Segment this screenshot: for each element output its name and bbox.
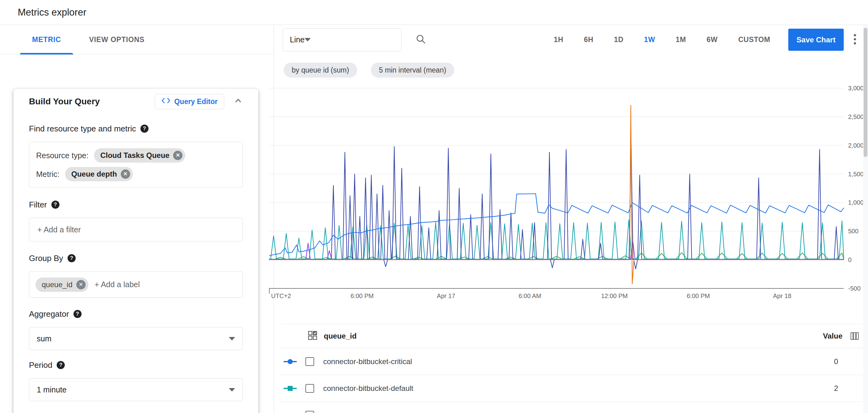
help-icon[interactable]: ? <box>51 201 59 209</box>
resource-type-chip[interactable]: Cloud Tasks Queue ✕ <box>94 148 185 163</box>
aggregator-label: Aggregator <box>29 309 69 319</box>
kebab-icon <box>853 33 857 47</box>
tab-metric[interactable]: METRIC <box>18 25 75 54</box>
legend-name-header: queue_id <box>324 332 356 341</box>
chevron-up-icon <box>234 96 243 107</box>
resource-type-chip-label: Cloud Tasks Queue <box>100 151 169 160</box>
filter-input[interactable]: + Add a filter <box>29 218 243 241</box>
legend-row[interactable]: connector-bitbucket-default2 <box>280 375 863 402</box>
series-label: connector-bitbucket-critical <box>323 357 412 366</box>
tab-view-options-label: VIEW OPTIONS <box>89 35 145 44</box>
more-options-button[interactable] <box>853 33 857 47</box>
series-label: connector-bitbucket-default <box>323 384 413 393</box>
chart-toolbar: Line 1H6H1D1W1M6WCUSTOM Save Chart <box>274 25 863 54</box>
aggregation-chips: by queue id (sum)5 min interval (mean) <box>284 63 454 78</box>
metric-chip-label: Queue depth <box>71 170 117 178</box>
aggregator-select[interactable]: sum <box>29 327 243 350</box>
page-scrollbar <box>863 25 868 413</box>
help-icon[interactable]: ? <box>67 254 76 262</box>
tab-metric-label: METRIC <box>32 35 61 44</box>
period-value: 1 minute <box>37 385 67 394</box>
y-axis-tick-label: 1,000 <box>848 199 864 206</box>
y-axis-tick-label: 3,000 <box>848 85 864 92</box>
help-icon[interactable]: ? <box>57 361 65 369</box>
metric-label: Metric: <box>36 170 59 179</box>
x-axis-tick-label: Apr 17 <box>437 292 455 299</box>
help-icon[interactable]: ? <box>141 125 149 133</box>
y-axis-tick-label: 0 <box>848 256 851 263</box>
range-button-1d[interactable]: 1D <box>607 29 631 51</box>
metric-chip[interactable]: Queue depth ✕ <box>65 167 133 181</box>
remove-metric-icon[interactable]: ✕ <box>121 170 130 179</box>
range-button-6h[interactable]: 6H <box>576 29 601 51</box>
aggregation-chip-1[interactable]: 5 min interval (mean) <box>371 63 454 78</box>
dropdown-arrow-icon <box>229 388 235 391</box>
series-marker <box>283 358 297 365</box>
card-title: Build Your Query <box>29 96 100 107</box>
find-resource-label: Find resource type and metric <box>29 124 136 134</box>
tab-view-options[interactable]: VIEW OPTIONS <box>75 25 158 54</box>
chart-type-select[interactable]: Line <box>283 28 402 51</box>
y-axis-tick-label: 2,500 <box>848 113 864 120</box>
filter-label: Filter <box>29 200 47 210</box>
resource-type-label: Resource type: <box>36 151 88 160</box>
time-range-buttons: 1H6H1D1W1M6WCUSTOM <box>547 29 778 51</box>
query-panel: METRIC VIEW OPTIONS Build Your Query Que… <box>0 25 274 413</box>
series-checkbox[interactable] <box>305 357 314 366</box>
code-icon <box>161 96 170 107</box>
legend-row[interactable]: connector-bitbucket-critical0 <box>280 348 863 375</box>
query-editor-button[interactable]: Query Editor <box>155 94 224 109</box>
dropdown-arrow-icon <box>305 38 311 41</box>
search-button[interactable] <box>415 34 427 46</box>
range-button-1h[interactable]: 1H <box>547 29 571 51</box>
legend-value-header: Value <box>823 332 842 341</box>
filter-placeholder: + Add a filter <box>37 225 81 234</box>
range-button-1m[interactable]: 1M <box>668 29 693 51</box>
x-axis-tick-label: 12:00 PM <box>601 292 628 299</box>
series-checkbox[interactable] <box>305 411 314 413</box>
dropdown-arrow-icon <box>229 337 235 341</box>
remove-group-by-icon[interactable]: ✕ <box>76 280 86 289</box>
build-query-card: Build Your Query Query Editor Find resou… <box>13 89 258 413</box>
timeseries-chart: 3,0002,5002,0001,5001,0005000-500UTC+26:… <box>269 80 868 307</box>
range-button-custom[interactable]: CUSTOM <box>731 29 778 51</box>
query-editor-label: Query Editor <box>174 97 218 106</box>
panel-tabs: METRIC VIEW OPTIONS <box>0 25 274 55</box>
scrollbar-thumb[interactable] <box>864 28 867 157</box>
range-button-1w[interactable]: 1W <box>637 29 663 51</box>
series-value: 0 <box>834 357 838 366</box>
legend-row-partial[interactable] <box>280 402 863 413</box>
resource-metric-box[interactable]: Resource type: Cloud Tasks Queue ✕ Metri… <box>29 142 243 188</box>
group-by-label: Group By <box>29 254 63 263</box>
collapse-card-button[interactable] <box>234 96 243 107</box>
series-marker-square-icon <box>283 385 297 392</box>
group-by-chip-label: queue_id <box>42 280 72 289</box>
x-axis-tick-label: Apr 18 <box>773 292 792 299</box>
legend-rows: connector-bitbucket-critical0connector-b… <box>280 348 863 413</box>
x-axis-tick-label: 6:00 AM <box>518 292 541 299</box>
range-button-6w[interactable]: 6W <box>699 29 725 51</box>
x-axis-tick-label: 6:00 PM <box>687 292 710 299</box>
add-label-input[interactable]: + Add a label <box>95 280 140 289</box>
series-value: 2 <box>834 384 838 393</box>
app-header: Metrics explorer <box>0 0 868 25</box>
save-chart-button[interactable]: Save Chart <box>788 29 844 51</box>
chart-type-value: Line <box>290 35 305 44</box>
series-marker <box>283 385 297 392</box>
help-icon[interactable]: ? <box>73 310 82 318</box>
remove-resource-icon[interactable]: ✕ <box>173 151 182 160</box>
select-all-series-icon[interactable] <box>308 330 317 342</box>
period-select[interactable]: 1 minute <box>29 378 243 401</box>
legend-table: queue_id Value connector-bitbucket-criti… <box>280 324 863 413</box>
group-by-chip[interactable]: queue_id ✕ <box>35 277 88 292</box>
x-axis-tick-label: 6:00 PM <box>350 292 374 299</box>
column-settings-button[interactable] <box>850 331 859 341</box>
y-axis-tick-label: 500 <box>848 228 858 235</box>
aggregation-chip-0[interactable]: by queue id (sum) <box>284 63 357 78</box>
metrics-explorer-page: Metrics explorer METRIC VIEW OPTIONS Bui… <box>0 0 868 413</box>
y-axis-tick-label: 2,000 <box>848 142 864 149</box>
series-checkbox[interactable] <box>305 384 314 393</box>
period-label: Period <box>29 360 52 370</box>
search-icon <box>415 34 427 46</box>
group-by-box[interactable]: queue_id ✕ + Add a label <box>29 271 243 298</box>
